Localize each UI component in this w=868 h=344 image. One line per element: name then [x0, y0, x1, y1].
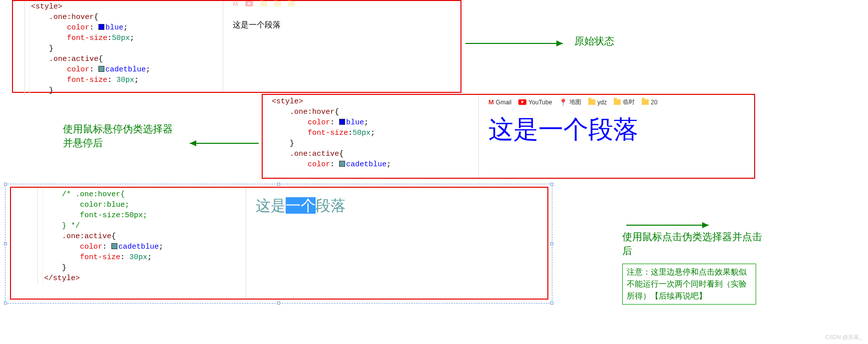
bookmark-20[interactable]: 20 — [642, 99, 657, 106]
svg-marker-1 — [556, 40, 563, 46]
bookmark-bar-1: M — [233, 0, 295, 7]
svg-marker-3 — [190, 140, 196, 146]
render-output-3: 这是一个段落 — [256, 196, 346, 216]
bookmark-youtube[interactable]: YouTube — [518, 99, 552, 106]
panel-hover: <style> .one:hover{ color: blue; font-si… — [262, 94, 755, 179]
svg-marker-5 — [702, 222, 709, 228]
panel-active: /* .one:hover{ color:blue; font-size:50p… — [10, 187, 548, 300]
bookmark-map[interactable]: 📍地图 — [559, 98, 581, 106]
youtube-icon — [245, 1, 253, 6]
panel-original: <<style>style> .one:hover{ color: blue; … — [12, 0, 461, 93]
code-block-2: <style> .one:hover{ color: blue; font-si… — [266, 96, 475, 170]
arrow-left-1 — [184, 136, 259, 151]
render-output-1: 这是一个段落 — [233, 20, 281, 30]
text-selection: 一个 — [286, 197, 316, 214]
label-hover: 使用鼠标悬停伪类选择器 并悬停后 — [63, 122, 173, 150]
folder-icon — [588, 99, 595, 105]
bookmark-bar-2[interactable]: MGmail YouTube 📍地图 ydz 临时 20 — [488, 98, 657, 106]
folder-icon — [260, 1, 267, 6]
watermark: CSDN @安苒_ — [825, 334, 862, 341]
color-swatch-blue — [98, 24, 104, 30]
render-output-2: 这是一个段落 — [488, 113, 638, 146]
map-icon: 📍 — [559, 98, 567, 106]
folder-icon — [614, 99, 621, 105]
panel-divider — [223, 1, 223, 92]
bookmark-ydz[interactable]: ydz — [588, 99, 607, 106]
color-swatch-cadet — [98, 66, 104, 72]
label-original: 原始状态 — [574, 34, 614, 48]
label-active: 使用鼠标点击伪类选择器并点击 后 — [622, 230, 762, 258]
note-box: 注意：这里边悬停和点击效果貌似 不能运行一次两个同时看到（实验 所得）【后续再说… — [622, 264, 756, 305]
bookmark-temp[interactable]: 临时 — [614, 98, 635, 106]
code-block-3: /* .one:hover{ color:blue; font-size:50p… — [26, 189, 246, 284]
gmail-icon: M — [488, 98, 494, 106]
arrow-right-1 — [465, 36, 570, 51]
youtube-icon — [518, 99, 526, 105]
folder-icon — [642, 99, 649, 105]
code-block-1: <<style>style> .one:hover{ color: blue; … — [13, 1, 223, 96]
bookmark-gmail[interactable]: MGmail — [488, 98, 511, 106]
